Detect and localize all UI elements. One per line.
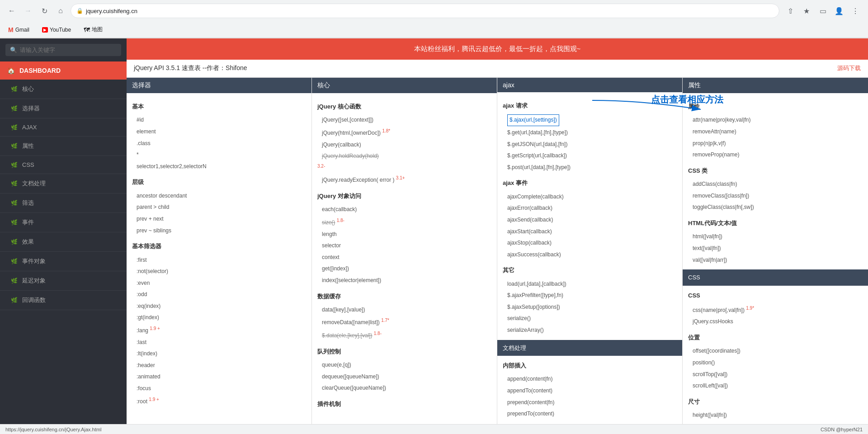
bookmark-gmail[interactable]: M Gmail — [5, 25, 32, 34]
link-addclass[interactable]: addClass(class|fn) — [688, 179, 863, 190]
link-data-static[interactable]: $.data(ele,[key],[val]) 1.8- — [317, 329, 491, 342]
sidebar-dashboard[interactable]: 🏠 DASHBOARD — [0, 61, 127, 80]
link-appendto[interactable]: appendTo(content) — [503, 385, 677, 397]
sidebar-item-event-obj[interactable]: 🌿 事件对象 — [0, 252, 127, 271]
link-html[interactable]: html([val|fn]) — [688, 231, 863, 243]
link-offset[interactable]: offset([coordinates]) — [688, 345, 863, 357]
sidebar-item-properties[interactable]: 🌿 属性 — [0, 137, 127, 156]
link-post[interactable]: $.post(url,[data],[fn],[type]) — [503, 162, 677, 174]
share-button[interactable]: ⇧ — [783, 4, 797, 18]
link-text[interactable]: text([val|fn]) — [688, 243, 863, 255]
back-button[interactable]: ← — [5, 5, 18, 17]
link-ajaxsend[interactable]: ajaxSend(callback) — [503, 214, 677, 226]
sidebar-item-core[interactable]: 🌿 核心 — [0, 80, 127, 99]
link-selector[interactable]: selector — [317, 240, 491, 252]
link-multi-selector[interactable]: selector1,selector2,selectorN — [132, 161, 306, 173]
link-each[interactable]: each(callback) — [317, 204, 491, 216]
link-focus[interactable]: :focus — [132, 383, 306, 395]
link-csshooks[interactable]: jQuery.cssHooks — [688, 316, 863, 328]
link-first[interactable]: :first — [132, 255, 306, 266]
link-dequeue[interactable]: dequeue([queueName]) — [317, 371, 491, 383]
link-gt[interactable]: :gt(index) — [132, 312, 306, 324]
bookmark-youtube[interactable]: ▶ YouTube — [39, 26, 74, 34]
link-get[interactable]: $.get(url,[data],[fn],[type]) — [503, 127, 677, 139]
link-ajaxsuccess[interactable]: ajaxSuccess(callback) — [503, 249, 677, 261]
link-even[interactable]: :even — [132, 278, 306, 289]
link-jquery-ready-exc[interactable]: jQuery.readyException( error ) 3.1+ — [317, 173, 491, 186]
link-lang[interactable]: :lang 1.9 + — [132, 324, 306, 337]
link-removeattr[interactable]: removeAttr(name) — [688, 126, 863, 138]
reload-button[interactable]: ↻ — [38, 5, 51, 17]
sidebar-item-deferred[interactable]: 🌿 延迟对象 — [0, 271, 127, 291]
link-position[interactable]: position() — [688, 357, 863, 369]
link-data[interactable]: data([key],[value]) — [317, 304, 491, 316]
link-scrollleft[interactable]: scrollLeft([val]) — [688, 380, 863, 392]
link-queue[interactable]: queue(e,[q]) — [317, 359, 491, 371]
link-append[interactable]: append(content|fn) — [503, 373, 677, 385]
link-serializearray[interactable]: serializeArray() — [503, 325, 677, 336]
link-clearqueue[interactable]: clearQueue([queueName]) — [317, 382, 491, 394]
forward-button[interactable]: → — [22, 5, 34, 17]
sidebar-item-dom[interactable]: 🌿 文档处理 — [0, 174, 127, 193]
link-prepend[interactable]: prepend(content|fn) — [503, 397, 677, 409]
link-scrolltop[interactable]: scrollTop([val]) — [688, 369, 863, 381]
link-get[interactable]: get([index]) — [317, 263, 491, 275]
promo-banner[interactable]: 本站粉丝福利，腾讯云超低价，最低一折起，点我围观~ — [127, 38, 868, 60]
link-class[interactable]: .class — [132, 138, 306, 150]
profile-button[interactable]: 👤 — [832, 4, 846, 18]
link-serialize[interactable]: serialize() — [503, 313, 677, 325]
link-val[interactable]: val([val|fn|arr]) — [688, 255, 863, 266]
link-header[interactable]: :header — [132, 360, 306, 372]
link-ancestor[interactable]: ancestor descendant — [132, 190, 306, 202]
link-eq[interactable]: :eq(index) — [132, 301, 306, 312]
link-star[interactable]: * — [132, 149, 306, 161]
bookmark-map[interactable]: 🗺 地图 — [81, 25, 105, 34]
link-size[interactable]: size() 1.8- — [317, 216, 491, 229]
link-removedata[interactable]: removeData([name|list]) 1.7* — [317, 316, 491, 329]
link-ajaxstart[interactable]: ajaxStart(callback) — [503, 226, 677, 238]
sidebar-item-filter[interactable]: 🌿 筛选 — [0, 193, 127, 213]
link-length[interactable]: length — [317, 229, 491, 241]
sidebar-item-css[interactable]: 🌿 CSS — [0, 156, 127, 174]
link-getscript[interactable]: $.getScript(url,[callback]) — [503, 150, 677, 162]
link-prefilter[interactable]: $.ajaxPrefilter([type],fn) — [503, 290, 677, 302]
link-prependto[interactable]: prependTo(content) — [503, 408, 677, 420]
link-prev-siblings[interactable]: prev ~ siblings — [132, 225, 306, 237]
link-removeprop[interactable]: removeProp(name) — [688, 149, 863, 161]
link-index[interactable]: index([selector|element]) — [317, 275, 491, 287]
link-jquery-holdready[interactable]: jQuery.holdReady(hold) — [317, 151, 491, 162]
link-ajax-main[interactable]: $.ajax(url,[settings]) — [503, 113, 677, 127]
link-css[interactable]: css(name|pro[,val|fn]) 1.9* — [688, 303, 863, 316]
link-animated[interactable]: :animated — [132, 371, 306, 383]
sidebar-item-selector[interactable]: 🌿 选择器 — [0, 99, 127, 118]
source-link[interactable]: 源码下载 — [837, 64, 861, 72]
link-jquery-sel[interactable]: jQuery([sel,[context]]) — [317, 114, 491, 126]
link-ajaxcomplete[interactable]: ajaxComplete(callback) — [503, 191, 677, 203]
sidebar-item-events[interactable]: 🌿 事件 — [0, 213, 127, 232]
link-removeclass[interactable]: removeClass([class|fn]) — [688, 190, 863, 202]
link-height[interactable]: height([val|fn]) — [688, 410, 863, 421]
tablet-button[interactable]: ▭ — [816, 4, 830, 18]
sidebar-item-effects[interactable]: 🌿 效果 — [0, 232, 127, 252]
link-context[interactable]: context — [317, 252, 491, 264]
link-attr[interactable]: attr(name|pro|key,val|fn) — [688, 114, 863, 126]
link-element[interactable]: element — [132, 126, 306, 138]
link-prev-next[interactable]: prev + next — [132, 213, 306, 225]
link-not[interactable]: :not(selector) — [132, 266, 306, 278]
link-getjson[interactable]: $.getJSON(url,[data],[fn]) — [503, 139, 677, 151]
link-ajaxerror[interactable]: ajaxError(callback) — [503, 203, 677, 214]
home-button[interactable]: ⌂ — [54, 5, 67, 17]
link-parent-child[interactable]: parent > child — [132, 202, 306, 213]
link-id[interactable]: #id — [132, 114, 306, 126]
link-odd[interactable]: :odd — [132, 289, 306, 301]
link-jquery-html[interactable]: jQuery(html,[ownerDoc]) 1.8* — [317, 126, 491, 139]
link-load[interactable]: load(url,[data],[callback]) — [503, 278, 677, 290]
link-toggleclass[interactable]: toggleClass(class|fn[,sw]) — [688, 202, 863, 213]
search-input[interactable] — [20, 47, 117, 53]
link-last[interactable]: :last — [132, 337, 306, 349]
link-ajaxsetup[interactable]: $.ajaxSetup([options]) — [503, 302, 677, 313]
link-prop[interactable]: prop(n|p|k,v|f) — [688, 138, 863, 150]
sidebar-item-callbacks[interactable]: 🌿 回调函数 — [0, 291, 127, 310]
link-jquery-cb[interactable]: jQuery(callback) — [317, 139, 491, 151]
link-ajaxstop[interactable]: ajaxStop(callback) — [503, 237, 677, 249]
